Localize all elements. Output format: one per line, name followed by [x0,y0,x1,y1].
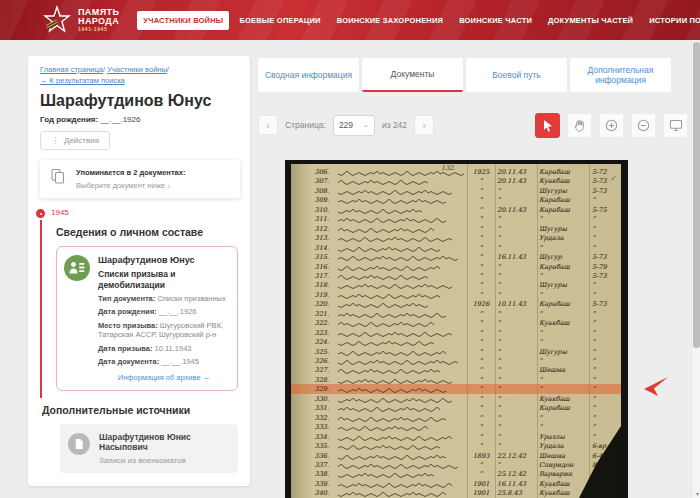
zoom-in-icon [605,119,618,132]
extra-source-card[interactable]: Шарафутдинов Юнис Насыпович Записи из во… [60,424,238,473]
scan-row-number: 324. [305,338,329,346]
scan-row: 339.190116.11.43Куакбаш6-9 [291,480,621,489]
scan-cell: ” [539,414,589,422]
scan-cell: 5-73 [592,187,620,195]
cursor-tool-button[interactable] [535,113,560,138]
scan-row-number: 331. [305,404,329,412]
scan-cell: ” [469,366,493,374]
scan-name-squiggle [337,339,435,347]
monitor-icon [669,119,683,132]
scan-name-squiggle [337,358,461,366]
scan-row-number: 320. [305,300,329,308]
scrollbar-down-arrow[interactable]: ▾ [696,490,699,497]
scan-cell: ” [469,263,493,271]
roster-person-icon [64,255,90,281]
site-logo[interactable]: ПАМЯТЬ НАРОДА 1941-1945 [42,5,119,35]
tab-3[interactable]: Дополнительная информация [570,58,671,92]
scan-row: 307.”20.11.43Куакбаш5-73 [291,177,621,186]
page-title: Шарафутдинов Юнус [40,92,242,110]
mentions-text: Упоминается в 2 документах: Выберите док… [76,168,185,190]
back-to-results-link[interactable]: ← К результатам поиска [40,76,242,85]
tab-1[interactable]: Документы [362,58,463,92]
scan-row: 315.”16.11.43Шугур5-73 [291,253,621,262]
scan-cell: ” [469,442,493,450]
scan-cell: ” [592,281,620,289]
scan-name-squiggle [337,245,445,253]
page-number-select[interactable]: 229 ⌄ [333,115,375,136]
scan-name-squiggle [337,367,445,375]
mentions-box[interactable]: Упоминается в 2 документах: Выберите док… [40,160,240,198]
nav-item-0[interactable]: УЧАСТНИКИ ВОЙНЫ [137,11,229,30]
scan-cell: 5-73 [592,177,620,185]
scanned-document-image[interactable]: 132. ✓ 306.192520.11.43Карабаш5-72307.”2… [285,160,628,498]
scan-row: 317.”””5-73 [291,272,621,281]
scan-cell: ” [592,348,620,356]
tab-2[interactable]: Боевой путь [466,58,567,92]
scan-cell: 20.11.43 [497,206,537,214]
scan-row-number: 308. [305,187,329,195]
scan-name-squiggle [337,169,465,177]
scan-cell: ” [592,196,620,204]
scan-paper: 132. ✓ 306.192520.11.43Карабаш5-72307.”2… [291,164,621,498]
scan-cell: ” [592,357,620,365]
scan-name-squiggle [337,481,455,489]
scan-row: 316.””Карабаш5-79 [291,263,621,272]
scan-cell: 25.12.42 [497,470,537,478]
scan-cell: Шугуры [539,225,589,233]
zoom-out-button[interactable] [631,113,656,138]
scan-row: 327.””Шешма” [291,366,621,375]
scan-name-squiggle [337,178,433,186]
scan-row: 336.189322.12.42Шешма6-4 [291,452,621,461]
next-page-button[interactable]: › [414,115,434,135]
scan-name-squiggle [337,301,429,309]
scan-name-squiggle [337,273,433,281]
scan-name-squiggle [337,424,433,432]
tab-0[interactable]: Сводная информация [258,58,359,92]
fullscreen-button[interactable] [663,113,688,138]
scan-row: 337.””Спиридон8-4 [291,461,621,470]
scan-cell: ” [592,376,620,384]
scan-row-number: 339. [305,480,329,488]
scan-cell: ” [469,376,493,384]
scan-row: 332.”””” [291,414,621,423]
document-card-selected[interactable]: Шарафутдинов Юнус Списки призыва и демоб… [56,246,238,390]
birth-label: Год рождения: [40,115,98,124]
scrollbar-thumb[interactable] [693,42,700,348]
zoom-in-button[interactable] [599,113,624,138]
scan-row: 312.””Шугуры” [291,225,621,234]
brand-text: ПАМЯТЬ НАРОДА 1941-1945 [78,8,119,32]
scan-cell: ” [469,395,493,403]
prev-page-button[interactable]: ‹ [258,115,278,135]
pan-tool-button[interactable] [567,113,592,138]
scan-cell: ” [497,338,537,346]
scan-cell: 1901 [469,480,493,488]
page-scrollbar[interactable]: ▾ [691,40,700,498]
scan-cell: ” [592,423,620,431]
nav-item-3[interactable]: ВОИНСКИЕ ЧАСТИ [453,11,538,30]
scan-row-number: 315. [305,253,329,261]
breadcrumb-link-0[interactable]: Главная страница [40,65,103,74]
scan-row-number: 322. [305,319,329,327]
nav-item-4[interactable]: ДОКУМЕНТЫ ЧАСТЕЙ [542,11,639,30]
nav-item-1[interactable]: БОЕВЫЕ ОПЕРАЦИИ [233,11,326,30]
scan-cell: ” [497,329,537,337]
scan-cell: 5-73 [592,253,620,261]
actions-button[interactable]: ⋮ Действия [40,131,110,150]
breadcrumb-link-1[interactable]: Участники войны [107,65,167,74]
scan-row: 320.192610.11.43Карабаш5-73 [291,300,621,309]
nav-item-5[interactable]: ИСТОРИИ ПОЛЬЗОВАТЕЛЕЙ [643,11,700,30]
scan-cell: ” [592,310,620,318]
scan-cell: Куакбаш [539,177,589,185]
scan-name-squiggle [337,453,451,461]
scan-row-number: 309. [305,196,329,204]
scan-name-squiggle [337,349,447,357]
cursor-icon [542,119,554,132]
nav-item-2[interactable]: ВОИНСКИЕ ЗАХОРОНЕНИЯ [331,11,449,30]
scan-cell: 5-73 [592,300,620,308]
scan-row-number: 325. [305,348,329,356]
viewer-toolbar: ‹ Страница: 229 ⌄ из 242 › [258,112,688,138]
scan-name-squiggle [337,471,437,479]
scan-cell: ” [469,215,493,223]
archive-info-link[interactable]: Информация об архиве → [98,373,230,382]
scan-row: 330.””Куакбаш” [291,395,621,404]
